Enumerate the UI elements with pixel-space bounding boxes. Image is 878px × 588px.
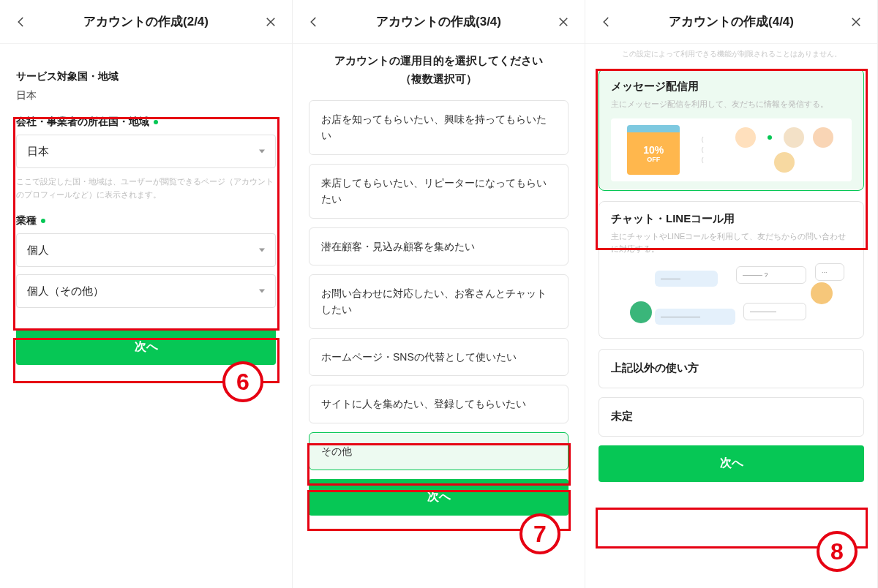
header: アカウントの作成(3/4) bbox=[293, 0, 585, 44]
header: アカウントの作成(4/4) bbox=[585, 0, 877, 44]
chat-bubble-icon: —————— bbox=[655, 309, 735, 325]
service-country-label: サービス対象国・地域 bbox=[16, 70, 276, 83]
subheading: アカウントの運用目的を選択してください （複数選択可） bbox=[293, 44, 585, 91]
annotation-badge-8: 8 bbox=[817, 531, 858, 572]
avatar-icon bbox=[811, 282, 833, 304]
page-title: アカウントの作成(3/4) bbox=[376, 13, 501, 30]
service-country-value: 日本 bbox=[16, 89, 276, 102]
subhead-line2: （複数選択可） bbox=[309, 71, 569, 92]
avatar-icon bbox=[630, 301, 652, 323]
close-icon[interactable] bbox=[555, 14, 571, 30]
purpose-option[interactable]: お店を知ってもらいたい、興味を持ってもらいたい bbox=[309, 100, 569, 155]
chat-bubble-icon: ··· bbox=[815, 263, 844, 281]
back-icon[interactable] bbox=[13, 14, 29, 30]
purpose-option[interactable]: 来店してもらいたい、リピーターになってもらいたい bbox=[309, 164, 569, 219]
annotation-box-other bbox=[307, 443, 571, 486]
annotation-box-form bbox=[13, 117, 279, 331]
panel-step-3: アカウントの作成(3/4) アカウントの運用目的を選択してください （複数選択可… bbox=[293, 0, 585, 588]
annotation-badge-7: 7 bbox=[519, 513, 560, 554]
usage-row-undecided[interactable]: 未定 bbox=[599, 397, 864, 437]
page-title: アカウントの作成(2/4) bbox=[83, 13, 209, 30]
close-icon[interactable] bbox=[263, 14, 279, 30]
purpose-option[interactable]: ホームページ・SNSの代替として使いたい bbox=[309, 338, 569, 376]
back-icon[interactable] bbox=[306, 14, 322, 30]
purpose-option[interactable]: 潜在顧客・見込み顧客を集めたい bbox=[309, 227, 569, 265]
panel-step-2: アカウントの作成(2/4) サービス対象国・地域 日本 会社・事業者の所在国・地… bbox=[0, 0, 293, 588]
next-button[interactable]: 次へ bbox=[599, 445, 864, 482]
usage-row-other[interactable]: 上記以外の使い方 bbox=[599, 349, 864, 388]
annotation-box-card bbox=[596, 69, 868, 250]
chat-bubble-icon: ——— ? bbox=[736, 266, 806, 284]
header: アカウントの作成(2/4) bbox=[0, 0, 292, 44]
close-icon[interactable] bbox=[848, 14, 864, 30]
back-icon[interactable] bbox=[599, 14, 615, 30]
panel-step-4: アカウントの作成(4/4) この設定によって利用できる機能が制限されることはあり… bbox=[585, 0, 878, 588]
top-note: この設定によって利用できる機能が制限されることはありません。 bbox=[585, 44, 877, 60]
purpose-option[interactable]: サイトに人を集めたい、登録してもらいたい bbox=[309, 385, 569, 423]
chat-bubble-icon: ——— bbox=[655, 271, 718, 287]
page-title: アカウントの作成(4/4) bbox=[669, 13, 794, 30]
chat-bubble-icon: ———— bbox=[743, 303, 806, 320]
card-illustration: ——— ——— ? —————— ··· ———— bbox=[611, 263, 852, 329]
purpose-option[interactable]: お問い合わせに対応したい、お客さんとチャットしたい bbox=[309, 274, 569, 329]
annotation-badge-6: 6 bbox=[222, 361, 263, 402]
